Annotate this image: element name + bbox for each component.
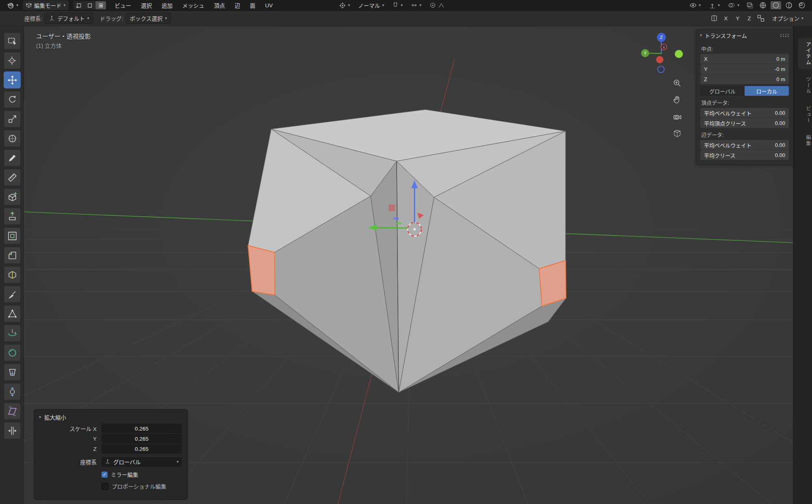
add-cube-icon <box>7 192 17 202</box>
menu-view[interactable]: ビュー <box>111 0 136 11</box>
overlays-icon <box>728 2 735 9</box>
mean-edge-bevel-weight-field[interactable]: 平均ベベルウェイト 0.00 <box>700 140 789 150</box>
loop-cut-icon <box>7 270 17 280</box>
tool-transform[interactable] <box>4 130 21 147</box>
menu-face[interactable]: 面 <box>246 0 260 11</box>
local-button[interactable]: ローカル <box>745 86 789 96</box>
gizmo-plane-handle-blue[interactable] <box>393 218 399 220</box>
tool-loop-cut[interactable] <box>4 266 21 283</box>
menu-uv[interactable]: UV <box>261 1 277 10</box>
tool-poly-build[interactable] <box>4 305 21 322</box>
proportional-edit-dropdown[interactable] <box>427 1 447 9</box>
shading-solid-button[interactable] <box>771 1 781 9</box>
tool-scale[interactable] <box>4 110 21 127</box>
shading-rendered-button[interactable] <box>797 1 807 9</box>
mirror-edit-checkbox[interactable]: ✓ <box>102 472 108 478</box>
tool-move[interactable] <box>4 71 21 88</box>
tool-annotate[interactable] <box>4 149 21 166</box>
tab-view[interactable]: ビュー <box>798 102 812 127</box>
nav-axis-x-negative[interactable] <box>656 56 663 63</box>
mean-bevel-weight-field[interactable]: 平均ベベルウェイト 0.00 <box>700 108 789 118</box>
nav-axis-z-negative[interactable] <box>658 66 664 73</box>
tool-smooth[interactable] <box>4 344 21 361</box>
gizmo-plane-handle-red[interactable] <box>389 205 395 211</box>
nav-z-label: Z <box>660 35 663 40</box>
blender-menu-button[interactable]: ▾ <box>4 1 21 10</box>
options-dropdown[interactable]: オプション ▾ <box>769 13 806 23</box>
tool-spin[interactable] <box>4 325 21 342</box>
ortho-perspective-toggle[interactable] <box>669 126 685 141</box>
mirror-y-toggle[interactable]: Y <box>734 15 741 22</box>
shading-material-button[interactable] <box>784 1 794 9</box>
menu-vertex[interactable]: 頂点 <box>210 0 229 11</box>
scale-z-field[interactable]: 0.265 <box>102 444 182 454</box>
tool-cursor[interactable] <box>4 52 21 69</box>
mirror-axes-icon[interactable] <box>710 15 718 22</box>
chevron-down-icon: ▾ <box>87 16 89 20</box>
menu-edge[interactable]: 辺 <box>231 0 244 11</box>
pivot-point-dropdown[interactable]: ▾ <box>336 1 353 10</box>
proportional-edit-checkbox[interactable] <box>102 483 108 490</box>
tool-shear[interactable] <box>4 403 21 420</box>
panel-drag-grip[interactable] <box>780 34 789 37</box>
vertex-select-toggle[interactable] <box>73 1 84 9</box>
menu-mesh[interactable]: メッシュ <box>178 0 208 11</box>
median-x-field[interactable]: X 0 m <box>700 54 789 64</box>
median-y-field[interactable]: Y -0 m <box>700 64 789 74</box>
menu-add[interactable]: 追加 <box>158 0 177 11</box>
tab-tool[interactable]: ツール <box>798 73 812 98</box>
tool-inset-faces[interactable] <box>4 227 21 244</box>
overlays-dropdown[interactable]: ▾ <box>725 1 742 10</box>
tool-rip-region[interactable] <box>4 422 21 439</box>
edge-select-toggle[interactable] <box>84 1 95 9</box>
navigation-gizmo[interactable]: Z X Y <box>635 25 688 78</box>
median-z-field[interactable]: Z 0 m <box>700 74 789 84</box>
mirror-z-toggle[interactable]: Z <box>745 15 753 22</box>
face-select-toggle[interactable] <box>95 1 106 9</box>
gizmo-y-arrow[interactable] <box>376 228 408 228</box>
mean-vertex-crease-field[interactable]: 平均頂点クリース 0.00 <box>700 118 789 128</box>
scale-x-field[interactable]: 0.265 <box>102 424 182 433</box>
operator-panel-header[interactable]: ▾ 拡大縮小 <box>34 409 188 424</box>
snap-target-dropdown[interactable]: ▾ <box>408 1 424 9</box>
drag-mode-dropdown[interactable]: ボックス選択 ▾ <box>126 13 171 24</box>
mode-dropdown[interactable]: 編集モード ▾ <box>23 0 69 10</box>
gizmos-dropdown[interactable]: ▾ <box>706 1 723 10</box>
tab-item[interactable]: アイテム <box>798 38 812 69</box>
tool-select-box[interactable] <box>4 32 21 50</box>
snap-increment-icon[interactable] <box>757 14 765 22</box>
tool-bevel[interactable] <box>4 247 21 264</box>
nav-axis-y-negative[interactable] <box>675 50 683 58</box>
tool-edge-slide[interactable] <box>4 364 21 381</box>
rip-region-icon <box>7 426 17 436</box>
camera-view-button[interactable] <box>669 109 685 125</box>
tool-shrink-fatten[interactable] <box>4 383 21 400</box>
panel-header[interactable]: ▾ トランスフォーム <box>696 30 793 41</box>
tool-extrude[interactable] <box>4 208 21 225</box>
pan-button[interactable] <box>669 92 685 108</box>
shading-wireframe-button[interactable] <box>758 1 768 9</box>
tab-edit[interactable]: 編集 <box>798 131 812 150</box>
tool-settings-bar: 座標系: デフォルト ▾ ドラッグ: ボックス選択 ▾ X Y Z オプション … <box>0 11 812 26</box>
global-button[interactable]: グローバル <box>700 86 745 96</box>
orientation-dropdown[interactable]: ノーマル ▾ <box>355 0 387 10</box>
snap-toggle-dropdown[interactable]: ▾ <box>389 1 406 9</box>
coord-system-dropdown[interactable]: デフォルト ▾ <box>45 13 93 24</box>
menu-select[interactable]: 選択 <box>137 0 156 11</box>
scale-y-field[interactable]: 0.265 <box>102 434 182 444</box>
tool-add-cube[interactable] <box>4 188 21 205</box>
tool-measure[interactable] <box>4 169 21 186</box>
mean-crease-field[interactable]: 平均クリース 0.00 <box>700 150 789 160</box>
mirror-x-toggle[interactable]: X <box>722 15 730 22</box>
xray-toggle[interactable] <box>745 1 755 9</box>
selected-face-left[interactable] <box>248 246 275 295</box>
zoom-button[interactable] <box>669 75 685 91</box>
vertex-mode-icon <box>76 2 82 8</box>
orientation-select[interactable]: グローバル ▾ <box>102 457 182 467</box>
chevron-down-icon: ▾ <box>801 16 803 20</box>
gizmo-plane-handle-green[interactable] <box>396 222 402 224</box>
selected-face-right[interactable] <box>539 261 566 306</box>
tool-rotate[interactable] <box>4 91 21 108</box>
tool-knife[interactable] <box>4 286 21 303</box>
selectability-dropdown[interactable]: ▾ <box>687 1 704 10</box>
